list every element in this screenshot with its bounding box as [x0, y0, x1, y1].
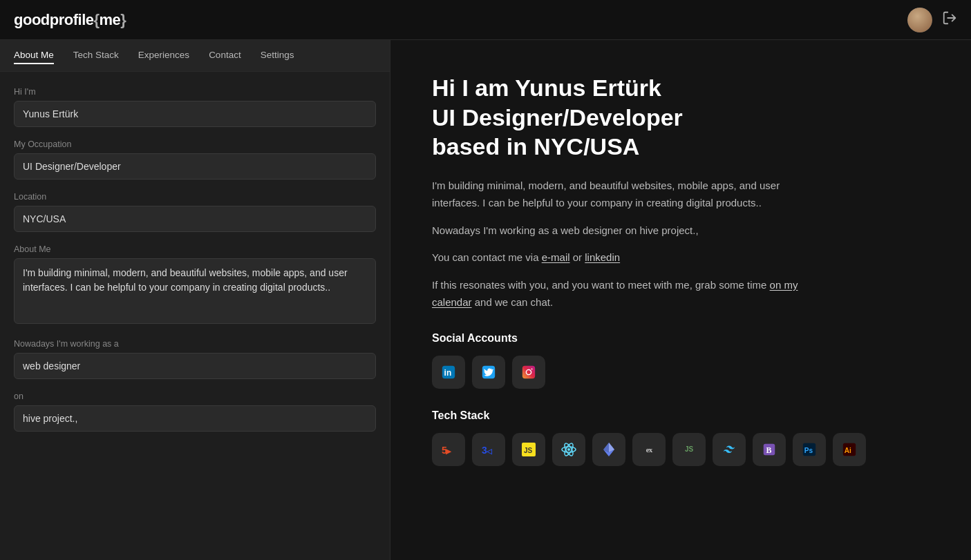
tech-bootstrap-button[interactable]: B	[753, 433, 786, 466]
tab-about-me[interactable]: About Me	[14, 47, 54, 64]
form-group-location: Location	[14, 192, 376, 232]
form-area: Hi I'm My Occupation Location About Me I…	[0, 72, 390, 560]
profile-heading: Hi I am Yunus Ertürk UI Designer/Develop…	[432, 73, 930, 162]
form-group-nowadays: Nowadays I'm working as a	[14, 339, 376, 379]
location-input[interactable]	[14, 206, 376, 232]
main-layout: About Me Tech Stack Experiences Contact …	[0, 40, 971, 560]
svg-text:▶: ▶	[446, 447, 452, 455]
svg-text:Ai: Ai	[845, 446, 851, 454]
form-group-occupation: My Occupation	[14, 139, 376, 180]
bio-calendar-start: If this resonates with you, and you want…	[432, 279, 766, 291]
bio-linkedin-link[interactable]: linkedin	[585, 251, 620, 263]
on-label: on	[14, 392, 376, 401]
about-textarea[interactable]: I'm building minimal, modern, and beauti…	[14, 258, 376, 324]
form-group-on: on	[14, 392, 376, 432]
bio-email-link[interactable]: e-mail	[542, 251, 570, 263]
svg-marker-19	[609, 443, 614, 452]
svg-text:◁: ◁	[486, 447, 493, 455]
svg-text:JS: JS	[524, 447, 533, 454]
header: goodprofile{me}	[0, 0, 971, 40]
bio-chat-text: and we can chat.	[475, 296, 553, 308]
on-input[interactable]	[14, 405, 376, 432]
tab-tech-stack[interactable]: Tech Stack	[73, 47, 119, 64]
svg-point-6	[531, 368, 533, 369]
instagram-icon-button[interactable]	[512, 356, 545, 389]
tech-html5-button[interactable]: 5▶	[432, 433, 465, 466]
svg-rect-4	[522, 365, 535, 378]
linkedin-icon-button[interactable]: in	[432, 356, 465, 389]
tab-experiences[interactable]: Experiences	[138, 47, 189, 64]
tab-settings[interactable]: Settings	[261, 47, 294, 64]
header-right	[907, 8, 957, 32]
avatar-image	[907, 8, 932, 32]
svg-point-16	[567, 448, 570, 451]
heading-line2: UI Designer/Developer	[432, 103, 930, 133]
svg-text:Ps: Ps	[804, 446, 813, 454]
logo-main-text: goodprofile	[14, 11, 93, 28]
bio-or-text: or	[573, 251, 582, 263]
tech-illustrator-button[interactable]: Ai	[833, 433, 866, 466]
occupation-input[interactable]	[14, 153, 376, 180]
logo-bracket-open: {	[93, 11, 99, 28]
logo: goodprofile{me}	[14, 11, 126, 29]
heading-line3: based in NYC/USA	[432, 132, 930, 162]
right-panel: Hi I am Yunus Ertürk UI Designer/Develop…	[390, 40, 971, 560]
about-label: About Me	[14, 244, 376, 254]
logo-bracket-close: }	[120, 11, 126, 28]
tech-section: Tech Stack 5▶ 3◁ JS	[432, 409, 930, 466]
twitter-icon-button[interactable]	[472, 356, 505, 389]
bio-paragraph-3: You can contact me via e-mail or linkedi…	[432, 249, 819, 267]
tab-contact[interactable]: Contact	[209, 47, 241, 64]
tab-nav: About Me Tech Stack Experiences Contact …	[0, 40, 390, 72]
tech-express-button[interactable]: ex	[632, 433, 666, 466]
hi-im-input[interactable]	[14, 101, 376, 127]
nowadays-label: Nowadays I'm working as a	[14, 339, 376, 349]
occupation-label: My Occupation	[14, 139, 376, 149]
tech-css3-button[interactable]: 3◁	[472, 433, 505, 466]
bio-paragraph-1: I'm building minimal, modern, and beauti…	[432, 177, 819, 212]
tech-ethereum-button[interactable]	[592, 433, 625, 466]
logo-me-text: me	[100, 11, 121, 28]
social-icons-row: in	[432, 356, 930, 389]
form-group-about: About Me I'm building minimal, modern, a…	[14, 244, 376, 327]
social-title: Social Accounts	[432, 332, 930, 345]
tech-photoshop-button[interactable]: Ps	[793, 433, 826, 466]
bio-paragraph-2: Nowadays I'm working as a web designer o…	[432, 222, 819, 240]
social-section: Social Accounts in	[432, 332, 930, 389]
svg-text:B: B	[766, 445, 771, 454]
tech-icons-row: 5▶ 3◁ JS	[432, 433, 930, 466]
hi-im-label: Hi I'm	[14, 87, 376, 97]
svg-text:in: in	[444, 367, 452, 377]
location-label: Location	[14, 192, 376, 202]
tech-nodejs-button[interactable]: JS	[672, 433, 706, 466]
tech-tailwind-button[interactable]	[713, 433, 746, 466]
form-group-hi-im: Hi I'm	[14, 87, 376, 127]
tech-js-button[interactable]: JS	[512, 433, 545, 466]
avatar[interactable]	[907, 8, 932, 32]
heading-line1: Hi I am Yunus Ertürk	[432, 73, 930, 103]
tech-react-button[interactable]	[552, 433, 585, 466]
nowadays-input[interactable]	[14, 353, 376, 379]
tech-title: Tech Stack	[432, 409, 930, 422]
left-panel: About Me Tech Stack Experiences Contact …	[0, 40, 390, 560]
bio-contact-start: You can contact me via	[432, 251, 539, 263]
bio-paragraph-4: If this resonates with you, and you want…	[432, 276, 819, 311]
logout-icon[interactable]	[942, 10, 957, 29]
